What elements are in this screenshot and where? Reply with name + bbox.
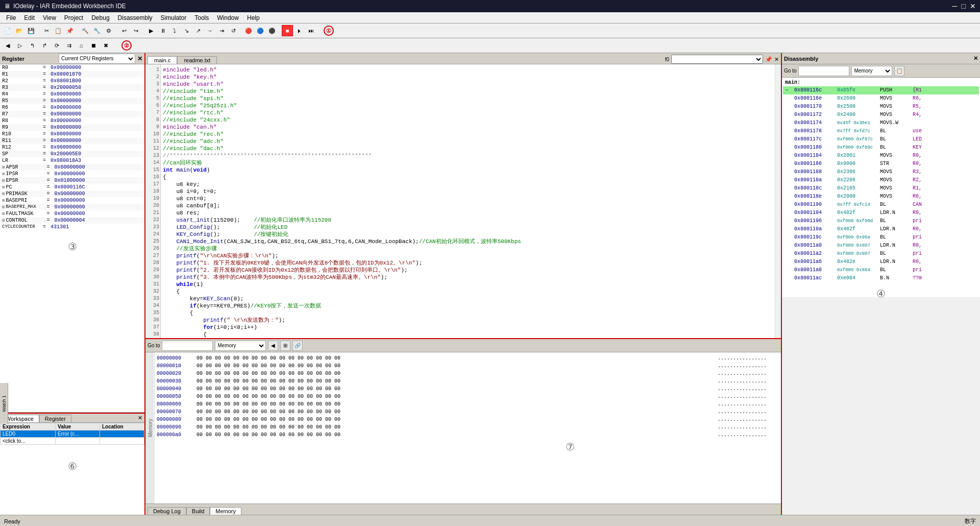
dis-row[interactable]: 0x80011740x45f 0x30e1MOVS.W (783, 119, 979, 127)
memory-content[interactable]: 00000000 00 00 00 00 00 00 00 00 00 00 0… (155, 352, 781, 504)
dis-row[interactable]: 0x80011860x9000STRR0, (783, 160, 979, 168)
debug-bkpt2-button[interactable]: 🔵 (255, 25, 266, 36)
menu-edit[interactable]: Edit (20, 13, 39, 22)
watch-row-click[interactable]: <click to... (1, 438, 144, 445)
watch-row-led0[interactable]: LED0 Error (c... (1, 431, 144, 438)
tb2-btn3[interactable]: ↰ (27, 40, 38, 51)
dis-goto-input[interactable] (798, 66, 849, 76)
debug-run-to-button[interactable]: ⇥ (216, 25, 227, 36)
tab-build[interactable]: Build (186, 507, 210, 515)
tb2-btn5[interactable]: ⟳ (51, 40, 62, 51)
stop-debug-button[interactable]: ■ (282, 25, 293, 36)
copy-button[interactable]: 📋 (53, 25, 64, 36)
tb2-btn8[interactable]: ⏹ (88, 40, 99, 51)
redo-button[interactable]: ↪ (130, 25, 141, 36)
rebuild-button[interactable]: 🔧 (91, 25, 103, 36)
tab-memory[interactable]: Memory (210, 507, 241, 515)
dis-row[interactable]: 0x800118c0x2105MOVSR1, (783, 184, 979, 193)
dis-row[interactable]: 0x80011a00xf000 0x907LDR.NR0, (783, 242, 979, 250)
minimize-button[interactable]: ─ (952, 2, 958, 10)
title-bar-controls[interactable]: ─ □ ✕ (952, 2, 976, 10)
menu-view[interactable]: View (39, 13, 60, 22)
debug-bkpt1-button[interactable]: 🔴 (243, 25, 254, 36)
function-dropdown[interactable] (671, 55, 763, 64)
editor-pin-button[interactable]: 📌 (765, 56, 772, 63)
dis-row[interactable]: 0x80011960xf000 0xf90dBLpri (783, 217, 979, 225)
dis-row[interactable]: 0x80011a80xf000 0x904BLpri (783, 266, 979, 274)
debug-next-stmt-button[interactable]: → (204, 25, 215, 36)
undo-button[interactable]: ↩ (118, 25, 130, 36)
dis-row[interactable]: 0x80011940x482fLDR.NR0, (783, 209, 979, 217)
debug-btn3[interactable]: ⏭ (305, 25, 316, 36)
cut-button[interactable]: ✂ (41, 25, 52, 36)
dis-row[interactable]: 0x80011880x2306MOVSR3, (783, 168, 979, 176)
menu-file[interactable]: File (2, 13, 20, 22)
dis-row[interactable]: 0x80011a20xf000 0x907BLpri (783, 250, 979, 258)
mem-goto-input[interactable] (162, 341, 213, 351)
menu-simulator[interactable]: Simulator (157, 13, 191, 22)
new-button[interactable]: 📄 (2, 25, 13, 36)
dis-memory-dropdown[interactable]: Memory (851, 66, 892, 76)
dis-row[interactable]: 0x80011720x2400MOVSR4, (783, 111, 979, 119)
mem-type-dropdown[interactable]: Memory (215, 341, 266, 351)
debug-bkpt3-button[interactable]: ⚫ (266, 25, 278, 36)
paste-button[interactable]: 📌 (64, 25, 76, 36)
debug-step-out-button[interactable]: ↗ (192, 25, 204, 36)
debug-break-button[interactable]: ⏸ (157, 25, 168, 36)
tb2-btn6[interactable]: ⇉ (63, 40, 75, 51)
save-button[interactable]: 💾 (26, 25, 37, 36)
tab-register[interactable]: Register (39, 415, 71, 422)
dis-copy-button[interactable]: 📋 (894, 66, 904, 76)
debug-step-into-button[interactable]: ↘ (181, 25, 192, 36)
dis-row[interactable]: 0x800119a0x482fLDR.NR0, (783, 225, 979, 233)
register-close-button[interactable]: ✕ (137, 55, 142, 62)
dis-row[interactable]: 0x800118a0x2206MOVSR2, (783, 176, 979, 184)
watch-expr-led0: LED0 (1, 431, 56, 438)
dis-row[interactable]: 0x80011ac0xe004B.N??m (783, 274, 979, 282)
tb2-btn7[interactable]: ⌂ (76, 40, 87, 51)
dis-row[interactable]: 0x800119c0xf000 0x90aBLpri (783, 233, 979, 242)
debug-go-button[interactable]: ▶ (145, 25, 157, 36)
tb2-btn2[interactable]: ▷ (14, 40, 26, 51)
menu-debug[interactable]: Debug (87, 13, 113, 22)
dis-current-instruction[interactable]: ⇒ 0x800116c 0xb5fe PUSH {R1 (783, 86, 979, 94)
tb2-btn9[interactable]: ✖ (100, 40, 111, 51)
dis-row[interactable]: 0x80011900x7ff 0xfc14BLCAN (783, 201, 979, 209)
tb2-btn4[interactable]: ↱ (39, 40, 50, 51)
watch-circle-6: ⑥ (0, 460, 144, 472)
build-button[interactable]: 🔨 (80, 25, 91, 36)
close-button[interactable]: ✕ (970, 2, 976, 10)
dis-row[interactable]: 0x80011700x2500MOVSR5, (783, 103, 979, 111)
open-button[interactable]: 📂 (14, 25, 25, 36)
maximize-button[interactable]: □ (962, 2, 966, 10)
dis-row[interactable]: 0x80011840x2001MOVSR0, (783, 152, 979, 160)
mem-prev-button[interactable]: ◀ (268, 341, 278, 351)
dis-row[interactable]: 0x80011780x7ff 0xfd7cBLuse (783, 127, 979, 135)
menu-tools[interactable]: Tools (190, 13, 213, 22)
editor-close-button[interactable]: ✕ (774, 56, 779, 63)
debug-btn2[interactable]: ⏵ (293, 25, 305, 36)
tb2-btn1[interactable]: ◀ (2, 40, 13, 51)
dis-row[interactable]: 0x80011800xf000 0xf89cBLKEY (783, 144, 979, 152)
tab-readme[interactable]: readme.txt (177, 56, 217, 64)
tab-main-c[interactable]: main.c (148, 56, 177, 64)
dis-row[interactable]: 0x800116e0x2600MOVSR6, (783, 94, 979, 103)
code-content[interactable]: #include "led.h" #include "key.h" #inclu… (161, 64, 775, 338)
menu-project[interactable]: Project (60, 13, 87, 22)
menu-window[interactable]: Window (213, 13, 243, 22)
mem-link-button[interactable]: 🔗 (292, 341, 303, 351)
tab-debug-log[interactable]: Debug Log (148, 507, 186, 515)
compile-button[interactable]: ⚙ (103, 25, 114, 36)
scrollbar-track[interactable] (775, 64, 781, 338)
disassembly-close-button[interactable]: ✕ (973, 55, 978, 62)
mem-btn2[interactable]: ⊞ (280, 341, 290, 351)
menu-disassembly[interactable]: Disassembly (114, 13, 157, 22)
dis-row[interactable]: 0x800117c0xf000 0xf87cBLLED (783, 135, 979, 144)
debug-reset-button[interactable]: ↺ (228, 25, 239, 36)
cpu-register-dropdown[interactable]: Current CPU Registers (59, 54, 135, 64)
dis-row[interactable]: 0x800118e0x2000MOVSR0, (783, 193, 979, 201)
watch-close-button[interactable]: ✕ (136, 414, 144, 422)
dis-row[interactable]: 0x80011a60x482eLDR.NR0, (783, 258, 979, 266)
menu-help[interactable]: Help (243, 13, 264, 22)
debug-step-over-button[interactable]: ⤵ (169, 25, 180, 36)
